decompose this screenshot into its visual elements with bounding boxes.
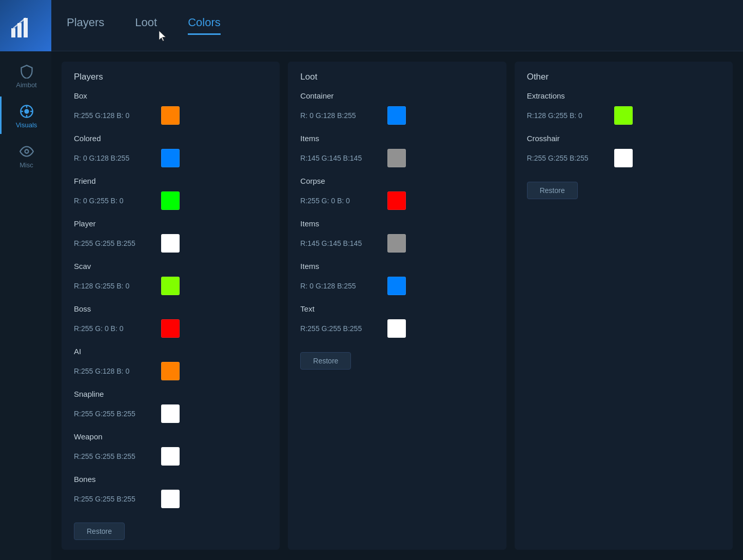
colored-color-row: R: 0 G:128 B:255 (74, 149, 267, 167)
loot-items3-color-row: R: 0 G:128 B:255 (300, 277, 494, 295)
loot-items2-label: Items (300, 219, 494, 228)
box-color-row: R:255 G:128 B: 0 (74, 106, 267, 125)
text-label: Text (300, 304, 494, 313)
logo-area (0, 0, 51, 51)
text-color-row: R:255 G:255 B:255 (300, 319, 494, 338)
shield-icon (19, 64, 34, 79)
player-color-swatch[interactable] (161, 234, 180, 253)
ai-color-row: R:255 G:128 B: 0 (74, 362, 267, 380)
boss-color-row: R:255 G: 0 B: 0 (74, 319, 267, 338)
ai-color-value: R:255 G:128 B: 0 (74, 367, 156, 375)
svg-point-11 (25, 150, 28, 153)
boss-color-value: R:255 G: 0 B: 0 (74, 324, 156, 333)
other-panel: Other Extractions R:128 G:255 B: 0 Cross… (515, 62, 733, 550)
boss-color-swatch[interactable] (161, 319, 180, 338)
loot-items2-color-row: R:145 G:145 B:145 (300, 234, 494, 253)
snapline-color-row: R:255 G:255 B:255 (74, 404, 267, 423)
colored-label: Colored (74, 134, 267, 143)
scav-color-value: R:128 G:255 B: 0 (74, 282, 156, 290)
eye-icon (19, 144, 34, 159)
loot-items1-label: Items (300, 134, 494, 143)
target-icon (19, 104, 34, 119)
corpse-color-swatch[interactable] (387, 191, 406, 210)
weapon-color-swatch[interactable] (161, 447, 180, 466)
loot-items2-color-value: R:145 G:145 B:145 (300, 239, 382, 247)
players-panel: Players Box R:255 G:128 B: 0 Colored R: … (62, 62, 280, 550)
crosshair-color-value: R:255 G:255 B:255 (527, 154, 609, 162)
sidebar-nav: Aimbot Visuals Misc (0, 51, 51, 174)
sidebar-item-misc-label: Misc (19, 161, 33, 169)
loot-items1-color-value: R:145 G:145 B:145 (300, 154, 382, 162)
crosshair-label: Crosshair (527, 134, 720, 143)
crosshair-color-row: R:255 G:255 B:255 (527, 149, 720, 167)
container-color-value: R: 0 G:128 B:255 (300, 111, 382, 120)
friend-color-row: R: 0 G:255 B: 0 (74, 191, 267, 210)
bones-color-row: R:255 G:255 B:255 (74, 490, 267, 508)
svg-rect-0 (11, 28, 15, 37)
bones-color-swatch[interactable] (161, 490, 180, 508)
box-label: Box (74, 91, 267, 100)
tab-players[interactable]: Players (67, 16, 104, 35)
snapline-label: Snapline (74, 390, 267, 398)
bones-color-value: R:255 G:255 B:255 (74, 495, 156, 503)
corpse-color-row: R:255 G: 0 B: 0 (300, 191, 494, 210)
friend-label: Friend (74, 177, 267, 185)
ai-label: AI (74, 347, 267, 356)
loot-items1-color-row: R:145 G:145 B:145 (300, 149, 494, 167)
player-color-value: R:255 G:255 B:255 (74, 239, 156, 247)
weapon-color-row: R:255 G:255 B:255 (74, 447, 267, 466)
sidebar-item-visuals[interactable]: Visuals (0, 96, 51, 134)
loot-items2-color-swatch[interactable] (387, 234, 406, 253)
loot-panel: Loot Container R: 0 G:128 B:255 Items R:… (288, 62, 506, 550)
snapline-color-swatch[interactable] (161, 404, 180, 423)
sidebar: Aimbot Visuals Misc (0, 0, 51, 560)
text-color-swatch[interactable] (387, 319, 406, 338)
players-restore-button[interactable]: Restore (74, 523, 125, 540)
loot-items3-color-value: R: 0 G:128 B:255 (300, 282, 382, 290)
weapon-color-value: R:255 G:255 B:255 (74, 452, 156, 460)
sidebar-item-misc[interactable]: Misc (0, 137, 51, 174)
player-color-row: R:255 G:255 B:255 (74, 234, 267, 253)
loot-items1-color-swatch[interactable] (387, 149, 406, 167)
sidebar-item-visuals-label: Visuals (16, 121, 37, 129)
extractions-label: Extractions (527, 91, 720, 100)
loot-restore-button[interactable]: Restore (300, 352, 351, 370)
ai-color-swatch[interactable] (161, 362, 180, 380)
other-panel-title: Other (527, 72, 720, 82)
boss-label: Boss (74, 304, 267, 313)
container-color-row: R: 0 G:128 B:255 (300, 106, 494, 125)
player-label: Player (74, 219, 267, 228)
container-label: Container (300, 91, 494, 100)
friend-color-swatch[interactable] (161, 191, 180, 210)
logo-icon (10, 13, 41, 38)
sidebar-item-aimbot-label: Aimbot (16, 81, 36, 89)
weapon-label: Weapon (74, 432, 267, 441)
other-restore-button[interactable]: Restore (527, 182, 578, 199)
colored-color-swatch[interactable] (161, 149, 180, 167)
loot-items3-color-swatch[interactable] (387, 277, 406, 295)
crosshair-color-swatch[interactable] (614, 149, 633, 167)
extractions-color-swatch[interactable] (614, 106, 633, 125)
colored-color-value: R: 0 G:128 B:255 (74, 154, 156, 162)
corpse-color-value: R:255 G: 0 B: 0 (300, 197, 382, 205)
svg-rect-1 (17, 23, 22, 37)
extractions-color-value: R:128 G:255 B: 0 (527, 111, 609, 120)
snapline-color-value: R:255 G:255 B:255 (74, 410, 156, 418)
scav-color-swatch[interactable] (161, 277, 180, 295)
loot-panel-title: Loot (300, 72, 494, 82)
content-area: Players Box R:255 G:128 B: 0 Colored R: … (51, 51, 743, 560)
players-panel-title: Players (74, 72, 267, 82)
container-color-swatch[interactable] (387, 106, 406, 125)
text-color-value: R:255 G:255 B:255 (300, 324, 382, 333)
scav-color-row: R:128 G:255 B: 0 (74, 277, 267, 295)
svg-point-6 (24, 109, 29, 113)
corpse-label: Corpse (300, 177, 494, 185)
tab-loot[interactable]: Loot (135, 16, 157, 35)
extractions-color-row: R:128 G:255 B: 0 (527, 106, 720, 125)
sidebar-item-aimbot[interactable]: Aimbot (0, 56, 51, 94)
main-area: Players Loot Colors Players Box R:255 G:… (51, 0, 743, 560)
box-color-swatch[interactable] (161, 106, 180, 125)
svg-rect-2 (24, 18, 28, 37)
loot-items3-label: Items (300, 262, 494, 271)
tab-colors[interactable]: Colors (188, 16, 221, 35)
